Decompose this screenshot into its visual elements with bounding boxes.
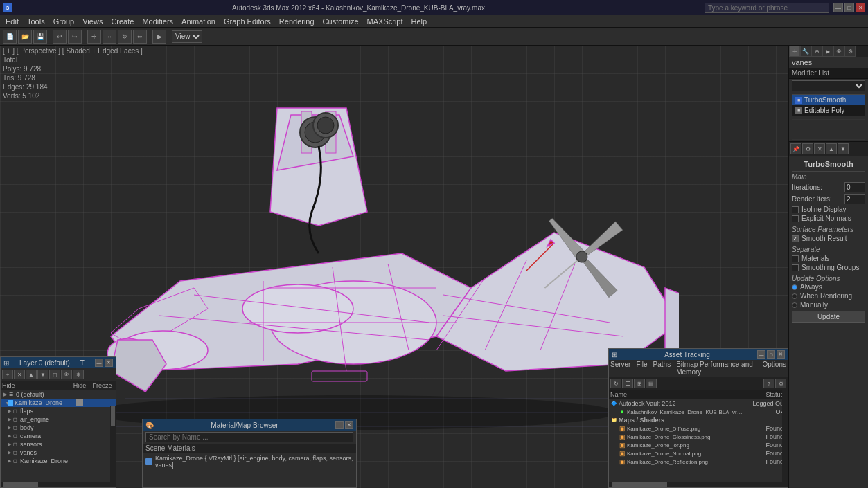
layer-row-0[interactable]: ▶ ☰ 0 (default) <box>1 390 116 399</box>
rp-tab-hierarchy[interactable]: ⊕ <box>811 46 822 57</box>
tb-open[interactable]: 📂 <box>18 30 32 44</box>
layer-row-drone[interactable]: ▼ Kamikaze_Drone <box>1 399 116 407</box>
mat-minimize-button[interactable]: — <box>335 421 344 429</box>
lt-select[interactable]: ◻ <box>49 370 60 379</box>
ts-radio-when-rendering[interactable]: When Rendering <box>792 292 865 300</box>
asset-menu-bitmap[interactable]: Bitmap Performance and Memory <box>676 361 756 376</box>
menu-customize[interactable]: Customize <box>319 17 363 26</box>
tb-select[interactable]: ✛ <box>87 30 101 44</box>
vis-icon[interactable] <box>76 399 83 406</box>
menu-animation[interactable]: Animation <box>177 17 220 26</box>
menu-edit[interactable]: Edit <box>1 17 23 26</box>
tb-rotate[interactable]: ↻ <box>118 30 132 44</box>
layers-vscrollbar[interactable] <box>110 406 116 487</box>
menu-views[interactable]: Views <box>78 17 107 26</box>
ts-render-iters-input[interactable] <box>844 194 865 204</box>
layers-close-button[interactable]: ✕ <box>105 359 113 367</box>
asset-row-reflection[interactable]: ▣ Kamikaze_Drone_Reflection.png Found <box>609 458 788 466</box>
tb-render[interactable]: ▶ <box>152 30 166 44</box>
asset-row-gloss[interactable]: ▣ Kamikaze_Drone_Glossiness.png Found <box>609 433 788 441</box>
asset-maximize-button[interactable]: □ <box>767 350 775 359</box>
asset-row-kub[interactable]: Kalashnikov_Kamikaze_Drone_KUB-BLA_vray.… <box>609 408 788 416</box>
asset-menu-options[interactable]: Options <box>763 361 786 376</box>
layer-row-sensors[interactable]: ▶ ◻ sensors <box>1 440 116 449</box>
tb-new[interactable]: 📄 <box>3 30 17 44</box>
search-input[interactable] <box>705 3 829 13</box>
menu-rendering[interactable]: Rendering <box>275 17 319 26</box>
asset-menu-paths[interactable]: Paths <box>653 361 671 376</box>
ts-radio-manually[interactable]: Manually <box>792 301 865 309</box>
rp-settings-icon[interactable]: ⚙ <box>802 143 813 154</box>
rp-remove-icon[interactable]: ✕ <box>814 143 825 154</box>
layer-row-air-engine[interactable]: ▶ ◻ air_engine <box>1 415 116 424</box>
asset-vscrollbar[interactable] <box>782 390 788 487</box>
asset-row-diffuse[interactable]: ▣ Kamikaze_Drone_Diffuse.png Found <box>609 424 788 433</box>
ts-iterations-input[interactable] <box>844 182 865 192</box>
asset-menu-server[interactable]: Server <box>610 361 630 376</box>
menu-modifiers[interactable]: Modifiers <box>138 17 177 26</box>
minimize-button[interactable]: — <box>833 3 843 12</box>
lt-move-up[interactable]: ▲ <box>26 370 37 379</box>
asset-close-button[interactable]: ✕ <box>777 350 785 359</box>
layers-hscrollbar[interactable] <box>1 482 116 487</box>
at-grid[interactable]: ⊞ <box>634 379 645 388</box>
expand-icon-0[interactable]: ▶ <box>2 392 8 397</box>
lt-freeze-all[interactable]: ❄ <box>73 370 84 379</box>
rp-pin-icon[interactable]: 📌 <box>790 143 801 154</box>
ts-smooth-result-check[interactable] <box>792 235 799 242</box>
ts-explicit-normals-check[interactable] <box>792 215 799 222</box>
tb-ref-system[interactable]: View <box>172 30 202 43</box>
layer-row-vanes[interactable]: ▶ ◻ vanes <box>1 449 116 457</box>
modifier-editable-poly[interactable]: ■ Editable Poly <box>792 105 865 116</box>
layer-row-flaps[interactable]: ▶ ◻ flaps <box>1 407 116 415</box>
ts-isoline-check[interactable] <box>792 206 799 213</box>
mat-close-button[interactable]: ✕ <box>345 421 353 429</box>
modifier-select[interactable] <box>792 80 865 91</box>
at-refresh[interactable]: ↻ <box>610 379 621 388</box>
asset-row-ior[interactable]: ▣ Kamikaze_Drone_ior.png Found <box>609 441 788 449</box>
at-table[interactable]: ▤ <box>646 379 657 388</box>
lt-delete[interactable]: ✕ <box>14 370 25 379</box>
rp-tab-utilities[interactable]: ⚙ <box>844 46 856 57</box>
tb-redo[interactable]: ↪ <box>68 30 82 44</box>
mat-item-kamikaze[interactable]: Kamikaze_Drone { VRayMtl } [air_engine, … <box>143 453 356 470</box>
lt-hide-all[interactable]: 👁 <box>61 370 72 379</box>
rp-down-icon[interactable]: ▼ <box>838 143 849 154</box>
asset-hscrollbar[interactable] <box>609 482 788 487</box>
modifier-turbosmooth[interactable]: ■ TurboSmooth <box>792 95 865 105</box>
lt-new[interactable]: + <box>2 370 13 379</box>
ts-smoothing-groups-check[interactable] <box>792 264 799 271</box>
close-button[interactable]: ✕ <box>856 3 865 12</box>
menu-maxscript[interactable]: MAXScript <box>363 17 407 26</box>
layers-minimize-button[interactable]: — <box>95 359 103 367</box>
asset-row-vault[interactable]: 🔷 Autodesk Vault 2012 Logged Ou <box>609 399 788 408</box>
asset-row-normal[interactable]: ▣ Kamikaze_Drone_Normal.png Found <box>609 449 788 458</box>
menu-create[interactable]: Create <box>107 17 138 26</box>
maximize-button[interactable]: □ <box>844 3 854 12</box>
tb-scale[interactable]: ⇔ <box>133 30 147 44</box>
at-settings[interactable]: ⚙ <box>775 379 786 388</box>
mat-search-input[interactable] <box>145 432 353 442</box>
menu-graph-editors[interactable]: Graph Editors <box>220 17 275 26</box>
menu-group[interactable]: Group <box>49 17 79 26</box>
rp-up-icon[interactable]: ▲ <box>826 143 837 154</box>
menu-help[interactable]: Help <box>407 17 432 26</box>
rp-tab-display[interactable]: 👁 <box>833 46 844 57</box>
tb-move[interactable]: ↔ <box>103 30 116 44</box>
asset-row-maps[interactable]: 📁 Maps / Shaders <box>609 416 788 424</box>
layer-row-drone2[interactable]: ▶ ◻ Kamikaze_Drone <box>1 457 116 465</box>
rp-tab-create[interactable]: ✛ <box>789 46 800 57</box>
layer-row-body[interactable]: ▶ ◻ body <box>1 424 116 432</box>
lt-move-down[interactable]: ▼ <box>37 370 48 379</box>
asset-menu-file[interactable]: File <box>636 361 647 376</box>
at-help[interactable]: ? <box>763 379 774 388</box>
menu-tools[interactable]: Tools <box>23 17 49 26</box>
tb-save[interactable]: 💾 <box>33 30 47 44</box>
ts-materials-check[interactable] <box>792 255 799 262</box>
layer-row-camera[interactable]: ▶ ◻ camera <box>1 432 116 440</box>
rp-tab-modify[interactable]: 🔧 <box>800 46 811 57</box>
rp-tab-motion[interactable]: ▶ <box>822 46 833 57</box>
tb-undo[interactable]: ↩ <box>53 30 67 44</box>
ts-update-button[interactable]: Update <box>792 311 865 323</box>
ts-radio-always[interactable]: Always <box>792 283 865 291</box>
